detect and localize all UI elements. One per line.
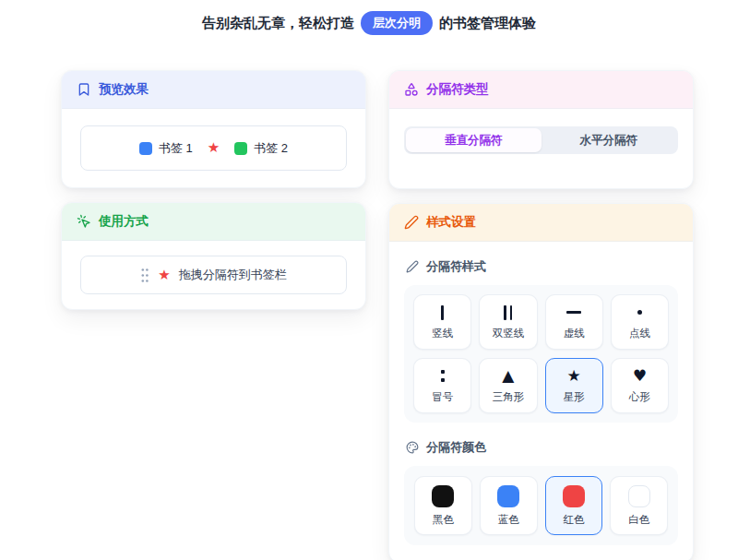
separator-style-title: 分隔符样式 [426, 258, 486, 275]
hero-suffix: 的书签管理体验 [439, 15, 536, 32]
hero-badge: 层次分明 [361, 11, 433, 35]
palette-icon [406, 441, 419, 454]
separator-type-header: 分隔符类型 [389, 71, 693, 109]
style-option-dot[interactable]: 点线 [611, 294, 669, 350]
color-option-black[interactable]: 黑色 [414, 476, 472, 535]
dash-icon [566, 304, 581, 321]
star-shape-icon: ★ [567, 368, 581, 385]
cursor-click-icon [77, 214, 91, 229]
bookmark-icon [77, 82, 91, 97]
bookmark-bar-preview: 书签 1 ★ 书签 2 [80, 125, 347, 171]
hero-tagline: 告别杂乱无章，轻松打造 层次分明 的书签管理体验 [0, 11, 738, 35]
drag-star-icon: ★ [158, 268, 170, 282]
usage-card-header: 使用方式 [62, 203, 365, 241]
grip-dots-icon[interactable] [140, 268, 149, 283]
left-column: 预览效果 书签 1 ★ 书签 2 [61, 70, 366, 310]
bookmark-1-label: 书签 1 [159, 140, 193, 157]
separator-color-grid: 黑色 蓝色 红色 白色 [404, 466, 678, 545]
drag-hint-text: 拖拽分隔符到书签栏 [179, 267, 287, 283]
preview-card-body: 书签 1 ★ 书签 2 [62, 109, 365, 187]
usage-card: 使用方式 ★ 拖拽分隔符到书签栏 [61, 202, 366, 310]
tab-vertical-separator[interactable]: 垂直分隔符 [406, 128, 542, 152]
tab-horizontal-separator[interactable]: 水平分隔符 [542, 128, 677, 152]
bookmark-item-1: 书签 1 [139, 140, 193, 157]
vertical-line-icon [441, 304, 444, 321]
style-settings-card: 样式设置 分隔符样式 竖线 双竖线 [388, 203, 694, 560]
style-settings-body: 分隔符样式 竖线 双竖线 虚线 [389, 242, 693, 560]
bookmark-2-favicon [234, 142, 247, 155]
preview-card-header: 预览效果 [62, 71, 365, 109]
color-option-white[interactable]: 白色 [610, 476, 668, 535]
style-option-double-vertical-line[interactable]: 双竖线 [479, 294, 537, 350]
heart-icon: ♥ [633, 368, 647, 385]
separator-style-grid: 竖线 双竖线 虚线 点线 [404, 285, 678, 423]
hero-prefix: 告别杂乱无章，轻松打造 [202, 15, 354, 32]
separator-type-toggle: 垂直分隔符 水平分隔符 [404, 126, 678, 154]
black-swatch [432, 485, 454, 507]
shapes-icon [404, 82, 419, 97]
drag-demo-item[interactable]: ★ 拖拽分隔符到书签栏 [80, 256, 347, 294]
style-option-colon[interactable]: 冒号 [413, 358, 471, 413]
style-option-triangle[interactable]: ▲ 三角形 [479, 358, 537, 413]
style-option-vertical-line[interactable]: 竖线 [413, 294, 471, 350]
bookmark-item-2: 书签 2 [234, 140, 288, 157]
style-settings-title: 样式设置 [426, 214, 476, 231]
separator-type-card: 分隔符类型 垂直分隔符 水平分隔符 [388, 70, 694, 189]
dot-icon [637, 304, 642, 321]
separator-star-icon: ★ [208, 141, 220, 155]
pen-icon [406, 260, 419, 273]
right-column: 分隔符类型 垂直分隔符 水平分隔符 样式设置 分隔符样式 [388, 70, 694, 560]
style-settings-header: 样式设置 [389, 204, 693, 242]
color-option-blue[interactable]: 蓝色 [480, 476, 538, 535]
main-content: 预览效果 书签 1 ★ 书签 2 [61, 70, 694, 560]
usage-card-title: 使用方式 [99, 213, 149, 230]
color-option-red[interactable]: 红色 [545, 476, 603, 535]
style-option-star[interactable]: ★ 星形 [545, 358, 603, 413]
separator-style-section-label: 分隔符样式 [406, 258, 678, 275]
blue-swatch [497, 485, 519, 507]
usage-card-body: ★ 拖拽分隔符到书签栏 [62, 241, 365, 309]
triangle-icon: ▲ [502, 368, 514, 385]
separator-color-section-label: 分隔符颜色 [406, 439, 678, 456]
paintbrush-icon [404, 215, 419, 230]
colon-icon [441, 368, 445, 385]
white-swatch [628, 485, 650, 507]
bookmark-1-favicon [139, 142, 152, 155]
style-option-heart[interactable]: ♥ 心形 [611, 358, 669, 413]
separator-color-title: 分隔符颜色 [426, 439, 486, 456]
style-option-dash[interactable]: 虚线 [545, 294, 603, 350]
preview-card: 预览效果 书签 1 ★ 书签 2 [61, 70, 366, 188]
separator-type-title: 分隔符类型 [426, 81, 489, 98]
bookmark-2-label: 书签 2 [254, 140, 288, 157]
preview-card-title: 预览效果 [99, 81, 149, 98]
double-vertical-line-icon [504, 304, 512, 321]
separator-type-body: 垂直分隔符 水平分隔符 [389, 109, 693, 188]
red-swatch [563, 485, 585, 507]
